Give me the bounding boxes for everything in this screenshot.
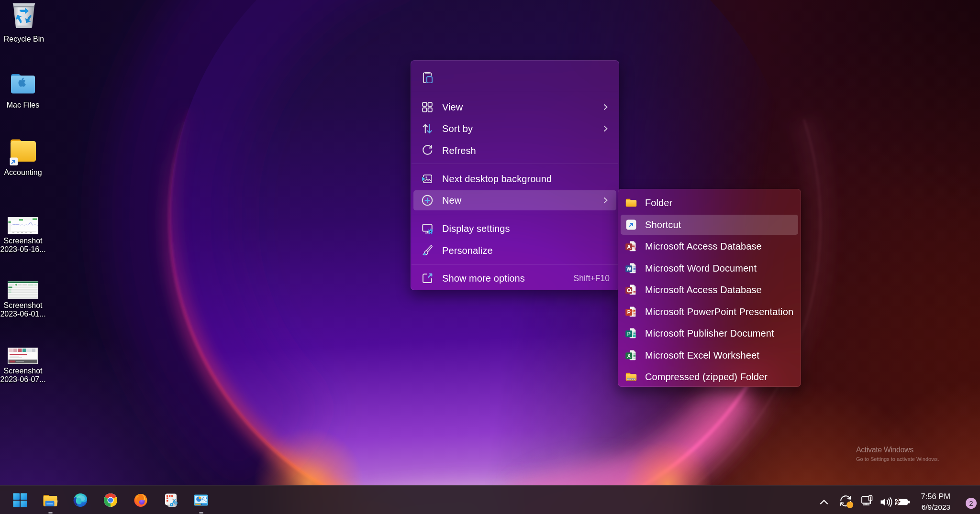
svg-text:P: P [627,309,631,315]
svg-text:P: P [627,331,631,337]
svg-text:W: W [626,266,631,272]
svg-text:A: A [627,244,631,250]
svg-text:X: X [627,353,631,359]
